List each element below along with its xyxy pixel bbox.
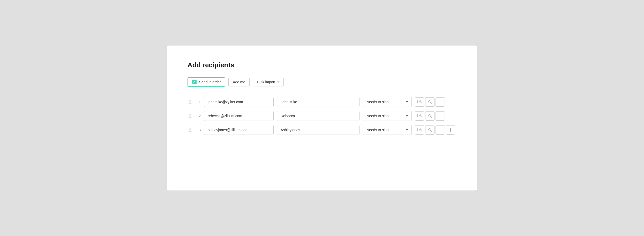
svg-rect-2 [421, 102, 421, 103]
svg-rect-20 [438, 130, 442, 130]
svg-line-5 [431, 103, 431, 103]
drag-handle[interactable] [188, 127, 192, 133]
add-me-label: Add me [233, 80, 245, 84]
key-button[interactable] [425, 125, 435, 135]
svg-rect-16 [421, 130, 421, 131]
remove-recipient-button[interactable] [436, 111, 445, 121]
recipient-row: 2Needs to signGets a copyNeeds to viewAp… [188, 111, 456, 121]
send-in-order-label: Send in order [199, 80, 221, 84]
name-input[interactable] [277, 111, 360, 121]
recipient-row: 3Needs to signGets a copyNeeds to viewAp… [188, 125, 456, 135]
name-input[interactable] [277, 125, 360, 135]
send-in-order-button[interactable]: Send in order [188, 77, 225, 87]
remove-recipient-button[interactable] [436, 125, 445, 135]
row-actions [415, 97, 445, 107]
svg-rect-13 [438, 116, 442, 116]
svg-rect-9 [421, 116, 421, 117]
row-number: 3 [196, 128, 201, 132]
role-select[interactable]: Needs to signGets a copyNeeds to viewApp… [363, 97, 412, 107]
remove-recipient-button[interactable] [436, 97, 445, 107]
role-select[interactable]: Needs to signGets a copyNeeds to viewApp… [363, 111, 412, 121]
bulk-import-button[interactable]: Bulk import ▼ [253, 78, 284, 86]
row-actions [415, 111, 445, 121]
role-select[interactable]: Needs to signGets a copyNeeds to viewApp… [363, 125, 412, 135]
add-recipient-button[interactable] [446, 125, 455, 135]
svg-rect-6 [438, 102, 442, 102]
email-input[interactable] [204, 111, 274, 121]
add-me-button[interactable]: Add me [228, 78, 250, 86]
svg-line-19 [431, 131, 431, 131]
page-title: Add recipients [188, 61, 456, 69]
key-button[interactable] [425, 111, 435, 121]
add-recipients-card: Add recipients Send in order Add me Bulk… [167, 46, 477, 190]
envelope-lock-button[interactable] [415, 111, 424, 121]
recipient-row: 1Needs to signGets a copyNeeds to viewAp… [188, 97, 456, 107]
row-number: 2 [196, 114, 201, 118]
bulk-import-label: Bulk import [257, 80, 275, 84]
send-in-order-checkbox[interactable] [192, 80, 197, 84]
envelope-lock-button[interactable] [415, 97, 424, 107]
email-input[interactable] [204, 125, 274, 135]
bulk-import-chevron-icon: ▼ [277, 81, 279, 84]
name-input[interactable] [277, 97, 360, 107]
key-button[interactable] [425, 97, 435, 107]
toolbar: Send in order Add me Bulk import ▼ [188, 77, 456, 87]
drag-handle[interactable] [188, 113, 192, 119]
drag-handle[interactable] [188, 99, 192, 105]
svg-rect-22 [449, 130, 452, 130]
row-actions [415, 125, 455, 135]
recipients-list: 1Needs to signGets a copyNeeds to viewAp… [188, 97, 456, 135]
svg-line-12 [431, 117, 431, 117]
email-input[interactable] [204, 97, 274, 107]
row-number: 1 [196, 100, 201, 104]
envelope-lock-button[interactable] [415, 125, 424, 135]
